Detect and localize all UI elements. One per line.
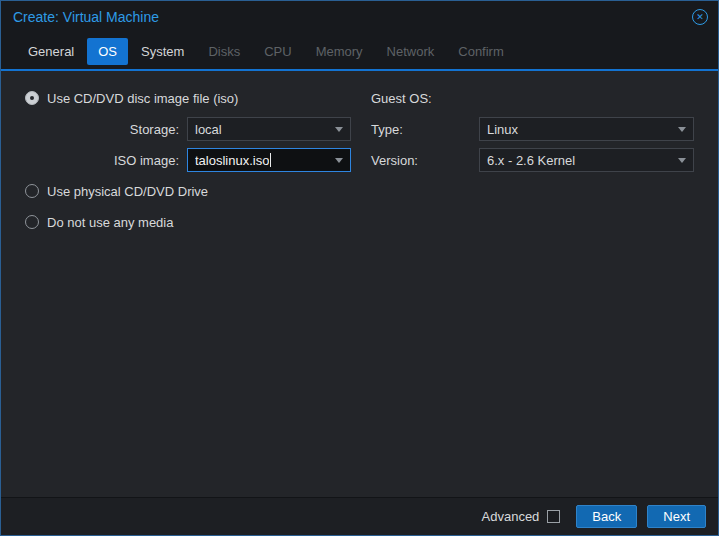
- radio-physical-drive-label: Use physical CD/DVD Drive: [47, 184, 208, 199]
- guest-os-header-row: Guest OS:: [371, 85, 694, 111]
- guest-os-type-select[interactable]: Linux: [479, 117, 694, 141]
- tab-network: Network: [376, 38, 446, 65]
- radio-selected-icon: [25, 91, 39, 105]
- tab-system[interactable]: System: [130, 38, 195, 65]
- tab-general[interactable]: General: [17, 38, 85, 65]
- iso-image-value: taloslinux.iso: [195, 153, 269, 168]
- guest-os-header: Guest OS:: [371, 91, 432, 106]
- media-column: Use CD/DVD disc image file (iso) Storage…: [25, 85, 371, 497]
- radio-physical-drive[interactable]: Use physical CD/DVD Drive: [25, 178, 371, 204]
- radio-no-media-label: Do not use any media: [47, 215, 173, 230]
- tab-bar: General OS System Disks CPU Memory Netwo…: [1, 33, 718, 71]
- guest-os-column: Guest OS: Type: Linux Version: 6.x - 2.6…: [371, 85, 694, 497]
- chevron-down-icon: [678, 127, 686, 132]
- iso-image-combo[interactable]: taloslinux.iso: [187, 148, 351, 172]
- guest-os-type-value: Linux: [487, 122, 672, 137]
- titlebar: Create: Virtual Machine ✕: [1, 1, 718, 33]
- tab-cpu: CPU: [253, 38, 302, 65]
- back-button[interactable]: Back: [576, 505, 637, 528]
- tab-memory: Memory: [305, 38, 374, 65]
- guest-os-type-label: Type:: [371, 122, 479, 137]
- next-button[interactable]: Next: [647, 505, 706, 528]
- footer-bar: Advanced Back Next: [1, 497, 718, 535]
- radio-use-iso-label: Use CD/DVD disc image file (iso): [47, 91, 238, 106]
- tab-confirm: Confirm: [447, 38, 515, 65]
- storage-value: local: [195, 122, 329, 137]
- iso-image-row: ISO image: taloslinux.iso: [25, 147, 371, 173]
- guest-os-version-value: 6.x - 2.6 Kernel: [487, 153, 672, 168]
- radio-unselected-icon: [25, 184, 39, 198]
- create-vm-window: Create: Virtual Machine ✕ General OS Sys…: [0, 0, 719, 536]
- chevron-down-icon: [678, 158, 686, 163]
- storage-row: Storage: local: [25, 116, 371, 142]
- os-tab-panel: Use CD/DVD disc image file (iso) Storage…: [1, 71, 718, 497]
- text-cursor: [270, 153, 271, 167]
- chevron-down-icon: [335, 127, 343, 132]
- advanced-label: Advanced: [482, 509, 540, 524]
- radio-unselected-icon: [25, 215, 39, 229]
- guest-os-version-select[interactable]: 6.x - 2.6 Kernel: [479, 148, 694, 172]
- storage-select[interactable]: local: [187, 117, 351, 141]
- radio-use-iso[interactable]: Use CD/DVD disc image file (iso): [25, 85, 371, 111]
- tab-os[interactable]: OS: [87, 38, 128, 65]
- guest-os-version-label: Version:: [371, 153, 479, 168]
- iso-image-label: ISO image:: [25, 153, 187, 168]
- tab-disks: Disks: [197, 38, 251, 65]
- close-icon[interactable]: ✕: [692, 9, 708, 25]
- storage-label: Storage:: [25, 122, 187, 137]
- chevron-down-icon: [335, 158, 343, 163]
- radio-no-media[interactable]: Do not use any media: [25, 209, 371, 235]
- window-title: Create: Virtual Machine: [13, 9, 692, 25]
- advanced-checkbox[interactable]: [547, 510, 560, 523]
- guest-os-type-row: Type: Linux: [371, 116, 694, 142]
- guest-os-version-row: Version: 6.x - 2.6 Kernel: [371, 147, 694, 173]
